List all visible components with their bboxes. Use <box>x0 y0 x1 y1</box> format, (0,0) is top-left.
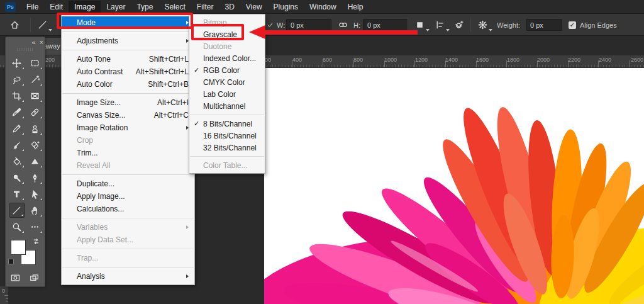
menu-separator <box>190 156 264 157</box>
menubar-item-image[interactable]: Image <box>69 1 101 13</box>
menu-item-label: 32 Bits/Channel <box>203 144 259 152</box>
line-tool[interactable] <box>9 203 25 218</box>
menu-item-auto-contrast[interactable]: Auto ContrastAlt+Shift+Ctrl+L <box>62 65 194 78</box>
clone-stamp-tool[interactable] <box>27 121 43 136</box>
document-tab[interactable]: away <box>44 38 61 55</box>
path-operations-button[interactable] <box>454 14 464 36</box>
menu-item-shortcut: Alt+Shift+Ctrl+L <box>136 67 189 76</box>
menu-item-indexed-color[interactable]: Indexed Color... <box>189 52 265 64</box>
pencil-tool[interactable] <box>9 121 25 136</box>
edit-toolbar-button[interactable] <box>27 219 43 234</box>
menu-item-label: Adjustments <box>77 37 186 45</box>
menubar-item-help[interactable]: Help <box>342 1 369 13</box>
menubar-item-view[interactable]: View <box>240 1 268 13</box>
menu-item-cmyk-color[interactable]: CMYK Color <box>189 76 265 88</box>
path-selection-tool[interactable] <box>27 186 43 201</box>
menubar-item-file[interactable]: File <box>21 1 44 13</box>
menu-item-variables: Variables <box>62 221 194 234</box>
gear-button[interactable] <box>478 14 492 36</box>
move-tool[interactable] <box>9 55 25 70</box>
weight-input[interactable] <box>526 19 562 31</box>
hand-tool[interactable] <box>27 203 43 218</box>
eraser-tool[interactable] <box>27 137 43 152</box>
menu-item-multichannel[interactable]: Multichannel <box>189 100 265 112</box>
menu-item-label: Image Size... <box>77 98 150 107</box>
menubar-item-filter[interactable]: Filter <box>191 1 219 13</box>
menu-item-rgb-color[interactable]: ✓RGB Color <box>189 64 265 76</box>
menu-separator <box>62 31 194 32</box>
history-brush-tool[interactable] <box>9 137 25 152</box>
menubar-item-type[interactable]: Type <box>131 1 158 13</box>
align-button[interactable] <box>435 14 450 36</box>
menubar-item-select[interactable]: Select <box>158 1 191 13</box>
menu-item-calculations[interactable]: Calculations... <box>62 203 194 215</box>
collapse-panel-button[interactable]: « <box>31 38 35 46</box>
default-colors-icon[interactable] <box>8 259 14 264</box>
menu-item-32-bits[interactable]: 32 Bits/Channel <box>189 142 265 154</box>
panel-grip[interactable] <box>17 48 33 51</box>
shape-tool[interactable] <box>27 154 43 169</box>
menu-item-auto-tone[interactable]: Auto ToneShift+Ctrl+L <box>62 53 194 65</box>
chevron-down-icon <box>48 29 52 31</box>
image-menu: Mode Adjustments Auto ToneShift+Ctrl+L A… <box>61 14 195 285</box>
menu-item-image-rotation[interactable]: Image Rotation <box>62 121 194 134</box>
menu-item-analysis[interactable]: Analysis <box>62 270 194 283</box>
menu-item-label: Duplicate... <box>77 179 189 188</box>
menu-item-image-size[interactable]: Image Size...Alt+Ctrl+I <box>62 96 194 109</box>
menu-item-apply-image[interactable]: Apply Image... <box>62 190 194 203</box>
menubar-item-3d[interactable]: 3D <box>219 1 240 13</box>
zoom-tool[interactable] <box>9 219 25 234</box>
menu-item-trim[interactable]: Trim... <box>62 147 194 159</box>
menu-item-duplicate[interactable]: Duplicate... <box>62 177 194 190</box>
crop-tool[interactable] <box>9 88 25 103</box>
menu-item-label: 8 Bits/Channel <box>203 120 259 128</box>
menubar-item-plugins[interactable]: Plugins <box>268 1 304 13</box>
grayscale-annotation-box <box>191 24 244 40</box>
rectangular-marquee-tool[interactable] <box>27 55 43 70</box>
foreground-color-swatch[interactable] <box>11 240 26 255</box>
magic-wand-tool[interactable] <box>27 72 43 87</box>
menu-item-label: Apply Image... <box>77 192 189 201</box>
menu-item-reveal-all: Reveal All <box>62 159 194 172</box>
menu-item-duotone: Duotone <box>189 40 265 52</box>
menu-item-lab-color[interactable]: Lab Color <box>189 88 265 100</box>
red-arrow-shaft <box>264 30 418 35</box>
lasso-tool[interactable] <box>9 72 25 87</box>
menubar-item-layer[interactable]: Layer <box>101 1 131 13</box>
swap-colors-icon[interactable] <box>32 237 40 245</box>
ruler-label: 2400 <box>599 57 611 63</box>
pen-tool[interactable] <box>27 170 43 185</box>
screen-mode-button[interactable] <box>28 273 40 283</box>
menu-separator <box>62 218 194 218</box>
menu-item-label: Trap... <box>77 254 189 262</box>
type-tool[interactable] <box>9 186 25 201</box>
align-edges-checkbox[interactable]: ✓ <box>569 14 576 36</box>
separator <box>470 18 471 32</box>
height-input[interactable] <box>363 19 408 31</box>
menubar-item-edit[interactable]: Edit <box>44 1 69 13</box>
menu-separator <box>62 174 194 175</box>
document-canvas[interactable] <box>264 68 644 304</box>
flower-image <box>264 68 644 304</box>
ruler-label: 0 <box>2 288 5 294</box>
menu-item-adjustments[interactable]: Adjustments <box>62 35 194 47</box>
close-panel-button[interactable]: × <box>40 38 43 46</box>
menu-item-16-bits[interactable]: 16 Bits/Channel <box>189 130 265 142</box>
ruler-label: 1400 <box>445 57 458 63</box>
frame-tool[interactable] <box>27 88 43 103</box>
width-input[interactable] <box>286 19 331 31</box>
menu-item-canvas-size[interactable]: Canvas Size...Alt+Ctrl+C <box>62 109 194 121</box>
dodge-tool[interactable] <box>9 170 25 185</box>
menubar-item-window[interactable]: Window <box>304 1 342 13</box>
ruler-label: 800 <box>353 57 363 63</box>
home-button[interactable] <box>10 14 19 36</box>
spot-healing-tool[interactable] <box>27 104 43 120</box>
menu-item-label: Analysis <box>77 272 186 281</box>
menu-item-auto-color[interactable]: Auto ColorShift+Ctrl+B <box>62 78 194 91</box>
paint-bucket-tool[interactable] <box>9 154 25 169</box>
eyedropper-tool[interactable] <box>9 104 25 120</box>
quick-mask-button[interactable] <box>9 273 21 283</box>
menu-item-trap: Trap... <box>62 252 194 264</box>
tool-preset-line[interactable] <box>38 14 52 36</box>
menu-item-8-bits[interactable]: ✓8 Bits/Channel <box>189 118 265 130</box>
